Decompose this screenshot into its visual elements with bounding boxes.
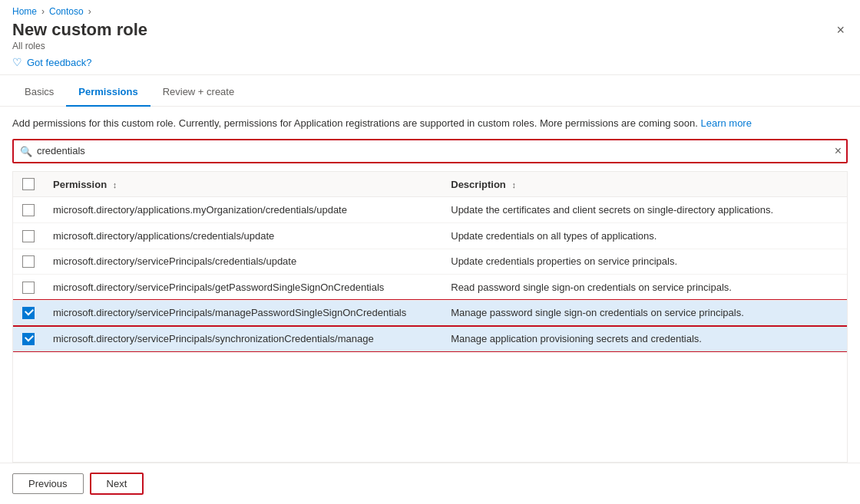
row-permission: microsoft.directory/servicePrincipals/ge… [44, 275, 442, 301]
previous-button[interactable]: Previous [12, 473, 84, 494]
row-checkbox-cell [13, 249, 44, 275]
header-permission[interactable]: Permission ↕ [44, 172, 442, 197]
row-checkbox-cell [13, 326, 44, 352]
table-header-row: Permission ↕ Description ↕ [13, 172, 847, 197]
row-checkbox-cell [13, 223, 44, 249]
row-checkbox[interactable] [22, 282, 35, 294]
permissions-table: Permission ↕ Description ↕ microsoft.dir… [13, 172, 847, 352]
table-row[interactable]: microsoft.directory/servicePrincipals/ge… [13, 275, 847, 301]
page-container: Home › Contoso › New custom role All rol… [0, 0, 860, 504]
search-clear-button[interactable]: × [835, 145, 842, 157]
row-permission: microsoft.directory/applications.myOrgan… [44, 197, 442, 223]
row-description: Read password single sign-on credentials… [442, 275, 847, 301]
tab-review[interactable]: Review + create [150, 78, 247, 107]
breadcrumb-contoso[interactable]: Contoso [49, 6, 84, 17]
search-input[interactable] [12, 139, 848, 163]
tab-permissions[interactable]: Permissions [66, 78, 150, 107]
table-row[interactable]: microsoft.directory/applications/credent… [13, 223, 847, 249]
breadcrumb-sep2: › [88, 6, 91, 17]
row-checkbox[interactable] [22, 333, 35, 345]
permission-sort-icon: ↕ [113, 180, 117, 189]
row-description: Update credentials on all types of appli… [442, 223, 847, 249]
breadcrumb-home[interactable]: Home [12, 6, 37, 17]
page-title: New custom role [12, 20, 147, 40]
row-permission: microsoft.directory/servicePrincipals/sy… [44, 326, 442, 352]
table-body: microsoft.directory/applications.myOrgan… [13, 197, 847, 351]
description-text: Add permissions for this custom role. Cu… [12, 117, 698, 129]
row-checkbox-cell [13, 300, 44, 326]
search-container: 🔍 × [0, 139, 860, 163]
header-title-block: New custom role All roles [12, 20, 147, 51]
tab-basics[interactable]: Basics [12, 78, 66, 107]
row-description: Update the certificates and client secre… [442, 197, 847, 223]
learn-more-link[interactable]: Learn more [700, 117, 751, 129]
description: Add permissions for this custom role. Cu… [0, 107, 860, 139]
row-checkbox[interactable] [22, 255, 35, 268]
feedback-bar[interactable]: ♡ Got feedback? [0, 51, 860, 74]
tabs: Basics Permissions Review + create [0, 78, 860, 107]
row-permission: microsoft.directory/servicePrincipals/ma… [44, 300, 442, 326]
footer: Previous Next [0, 463, 860, 504]
header-checkbox-cell [13, 172, 44, 197]
table-row[interactable]: microsoft.directory/applications.myOrgan… [13, 197, 847, 223]
row-checkbox[interactable] [22, 204, 35, 216]
table-row[interactable]: microsoft.directory/servicePrincipals/sy… [13, 326, 847, 352]
breadcrumb: Home › Contoso › [0, 0, 860, 17]
row-checkbox[interactable] [22, 230, 35, 242]
breadcrumb-sep1: › [41, 6, 45, 17]
select-all-checkbox[interactable] [22, 178, 35, 190]
feedback-label: Got feedback? [27, 57, 92, 68]
close-button[interactable]: × [833, 20, 848, 40]
page-subtitle: All roles [12, 41, 147, 51]
permissions-table-container: Permission ↕ Description ↕ microsoft.dir… [12, 171, 848, 463]
row-description: Manage application provisioning secrets … [442, 326, 847, 352]
row-checkbox[interactable] [22, 307, 35, 319]
row-checkbox-cell [13, 275, 44, 301]
description-sort-icon: ↕ [511, 180, 516, 189]
row-description: Update credentials properties on service… [442, 249, 847, 275]
row-permission: microsoft.directory/applications/credent… [44, 223, 442, 249]
table-row[interactable]: microsoft.directory/servicePrincipals/ma… [13, 300, 847, 326]
table-row[interactable]: microsoft.directory/servicePrincipals/cr… [13, 249, 847, 275]
heart-icon: ♡ [12, 56, 22, 68]
row-checkbox-cell [13, 197, 44, 223]
next-button[interactable]: Next [90, 473, 144, 495]
header-description[interactable]: Description ↕ [442, 172, 847, 197]
header: New custom role All roles × [0, 17, 860, 51]
row-permission: microsoft.directory/servicePrincipals/cr… [44, 249, 442, 275]
row-description: Manage password single sign-on credentia… [442, 300, 847, 326]
divider-top [0, 74, 860, 75]
